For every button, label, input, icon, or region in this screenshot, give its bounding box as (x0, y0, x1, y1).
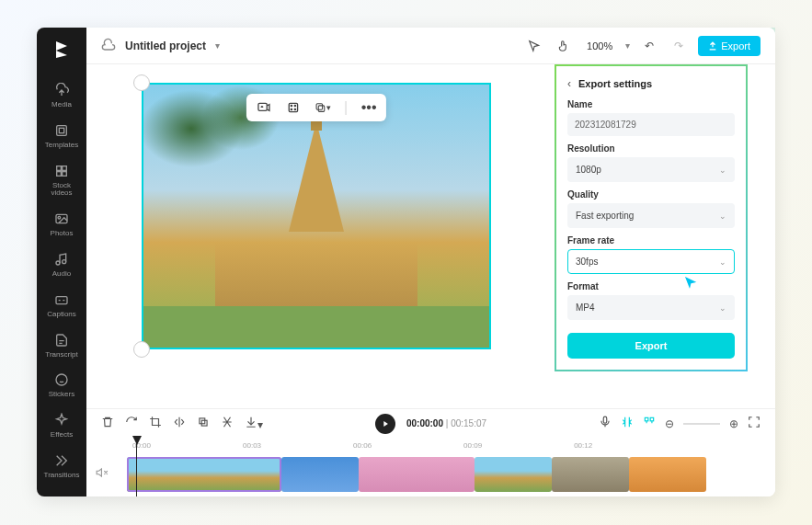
framerate-label: Frame rate (567, 235, 735, 245)
resolution-select[interactable]: 1080p ⌄ (567, 157, 735, 182)
sidebar-item-transcript[interactable]: Transcript (37, 325, 86, 366)
duplicate-icon[interactable] (197, 416, 210, 431)
split-icon[interactable] (221, 416, 234, 431)
sidebar-item-photos[interactable]: Photos (37, 204, 86, 245)
svg-point-11 (56, 374, 67, 385)
crop-icon[interactable] (285, 99, 302, 116)
resolution-value: 1080p (576, 165, 601, 175)
format-select[interactable]: MP4 ⌄ (567, 295, 735, 320)
quality-label: Quality (567, 189, 735, 200)
hand-tool-icon[interactable] (554, 36, 574, 56)
fit-icon[interactable] (748, 416, 761, 431)
project-title[interactable]: Untitled project (125, 40, 206, 52)
export-action-button[interactable]: Export (567, 333, 735, 359)
export-button[interactable]: Export (698, 36, 761, 56)
quality-select[interactable]: Fast exporting ⌄ (567, 203, 735, 228)
sidebar-item-stickers[interactable]: Stickers (37, 365, 86, 405)
playhead-line (136, 438, 137, 496)
undo-icon[interactable]: ↶ (639, 36, 659, 56)
sidebar-item-transitions[interactable]: Transitions (37, 446, 86, 486)
transitions-icon (53, 452, 70, 469)
svg-rect-5 (63, 171, 67, 176)
ruler-mark: 00:00 (132, 441, 151, 450)
download-icon[interactable]: ▾ (245, 416, 263, 431)
sidebar-item-audio[interactable]: Audio (37, 245, 86, 285)
framerate-select[interactable]: 30fps ⌄ (567, 249, 735, 274)
resolution-label: Resolution (567, 143, 735, 154)
zoom-out-icon[interactable]: ⊖ (665, 417, 674, 430)
chevron-down-icon: ⌄ (719, 211, 726, 221)
sidebar-item-effects[interactable]: Effects (37, 405, 86, 446)
clip-1[interactable] (127, 457, 281, 492)
svg-rect-2 (57, 165, 62, 170)
ruler-mark: 00:03 (243, 441, 261, 450)
clip-5[interactable] (552, 457, 629, 492)
sidebar-label: Photos (51, 230, 74, 238)
clip-6[interactable] (629, 457, 706, 492)
cloud-upload-icon (53, 82, 70, 98)
sidebar-item-stock[interactable]: Stock videos (37, 156, 86, 205)
replace-media-icon[interactable] (256, 99, 272, 116)
clip-4[interactable] (475, 457, 552, 492)
ruler-mark: 00:06 (353, 441, 372, 450)
app-logo[interactable] (49, 37, 74, 63)
delete-icon[interactable] (101, 416, 114, 431)
resize-handle-tl[interactable] (133, 74, 150, 91)
sidebar-label: Audio (52, 270, 71, 279)
svg-rect-10 (56, 296, 67, 303)
clip-3[interactable] (359, 457, 475, 492)
clip-2[interactable] (281, 457, 359, 492)
timeline-toolbar: ▾ 00:00:00 | 00:15:07 ⊖ ⊕ (86, 408, 775, 438)
snap-icon[interactable] (621, 416, 634, 431)
svg-rect-1 (59, 128, 63, 132)
zoom-in-icon[interactable]: ⊕ (729, 417, 738, 430)
svg-rect-0 (57, 125, 67, 135)
project-chevron-icon[interactable]: ▾ (215, 40, 220, 51)
zoom-level[interactable]: 100% (583, 40, 616, 51)
chevron-down-icon: ⌄ (719, 165, 726, 175)
sidebar-label: Captions (47, 311, 76, 319)
stock-videos-icon (53, 163, 70, 179)
cursor-tool-icon[interactable] (524, 36, 544, 56)
mute-track-icon[interactable] (96, 466, 109, 483)
play-button[interactable] (375, 414, 395, 434)
sidebar-item-media[interactable]: Media (37, 75, 86, 116)
resize-handle-bl[interactable] (133, 341, 150, 358)
ruler-mark: 00:12 (574, 441, 592, 450)
rotate-icon[interactable] (125, 416, 138, 431)
top-bar: Untitled project ▾ 100% ▾ ↶ ↷ Export (86, 28, 775, 64)
cloud-icon[interactable] (101, 37, 116, 55)
preview-media[interactable]: ▾ | ••• (142, 83, 491, 349)
captions-icon (53, 291, 70, 308)
export-settings-panel: ‹ Export settings Name Resolution 1080p … (555, 64, 748, 371)
photos-icon (53, 211, 70, 227)
layers-icon[interactable]: ▾ (315, 99, 331, 116)
chevron-down-icon: ⌄ (719, 257, 726, 267)
svg-rect-18 (316, 104, 323, 110)
timeline-ruler[interactable]: 00:00 00:03 00:06 00:09 00:12 (86, 438, 775, 452)
svg-rect-3 (63, 165, 67, 170)
crop-tool-icon[interactable] (149, 416, 162, 431)
magnet-icon[interactable] (643, 416, 656, 431)
export-panel-title: Export settings (578, 78, 652, 89)
name-label: Name (567, 99, 735, 109)
back-icon[interactable]: ‹ (567, 77, 571, 90)
redo-icon[interactable]: ↷ (669, 36, 689, 56)
ruler-mark: 00:09 (463, 441, 482, 450)
audio-icon (53, 251, 70, 268)
zoom-chevron-icon[interactable]: ▾ (625, 40, 630, 51)
more-icon[interactable]: ••• (360, 99, 377, 116)
sidebar-label: Transitions (44, 472, 80, 480)
flip-icon[interactable] (173, 416, 186, 431)
mic-icon[interactable] (599, 416, 612, 431)
left-sidebar: Media Templates Stock videos Photos Audi… (37, 28, 86, 496)
preview-media-wrap[interactable]: ▾ | ••• (142, 83, 491, 349)
sidebar-item-captions[interactable]: Captions (37, 285, 86, 325)
export-button-label: Export (721, 40, 750, 51)
svg-point-17 (294, 108, 295, 109)
sidebar-item-templates[interactable]: Templates (37, 116, 86, 156)
name-input[interactable] (567, 113, 735, 136)
sidebar-label: Stock videos (51, 182, 72, 199)
svg-rect-24 (650, 417, 654, 421)
zoom-slider[interactable] (683, 423, 720, 425)
